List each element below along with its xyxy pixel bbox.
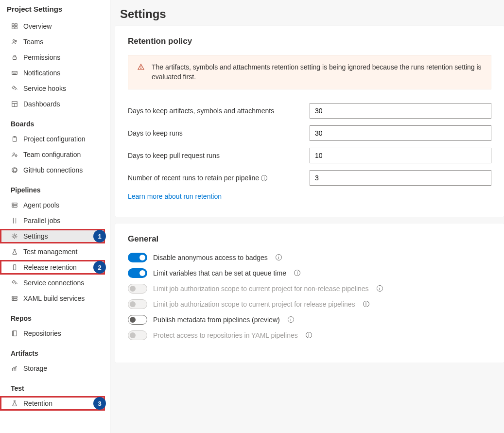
sidebar-item-dashboards[interactable]: Dashboards (0, 97, 105, 111)
sidebar-item-label: Storage (23, 364, 47, 372)
sidebar-item-storage[interactable]: Storage (0, 361, 105, 376)
retention-input[interactable] (310, 125, 491, 141)
megaphone-icon (11, 69, 18, 77)
general-card: General Disable anonymous access to badg… (115, 224, 504, 363)
sidebar-item-label: Overview (23, 22, 52, 30)
retention-field-row: Days to keep artifacts, symbols and atta… (128, 103, 491, 119)
sidebar-heading-artifacts: Artifacts (0, 342, 110, 360)
learn-more-link[interactable]: Learn more about run retention (128, 192, 222, 200)
retention-input[interactable] (310, 103, 491, 119)
dashboard-icon (11, 100, 18, 108)
sidebar-item-label: Dashboards (23, 100, 60, 108)
plug-icon (11, 85, 18, 92)
sidebar-item-service-connections[interactable]: Service connections (0, 276, 105, 290)
sidebar-item-overview[interactable]: Overview (0, 19, 105, 34)
main-content: Settings Retention policy The artifacts,… (110, 0, 504, 433)
svg-point-38 (141, 69, 141, 69)
sidebar-item-settings[interactable]: Settings (0, 229, 105, 243)
svg-point-25 (14, 235, 16, 237)
toggle-row: Disable anonymous access to badgesi (128, 253, 491, 262)
retention-field-label: Days to keep pull request runs (128, 152, 310, 159)
sidebar-item-retention[interactable]: Retention (0, 396, 105, 411)
general-heading: General (128, 234, 491, 244)
sidebar-item-project-configuration[interactable]: Project configuration (0, 132, 105, 146)
retention-field-row: Number of recent runs to retain per pipe… (128, 170, 491, 186)
sidebar-item-xaml-build-services[interactable]: XAML build services (0, 291, 105, 306)
svg-rect-6 (13, 57, 17, 59)
info-icon[interactable]: i (306, 332, 312, 338)
sidebar-item-label: Service connections (23, 279, 84, 287)
sidebar-item-label: GitHub connections (23, 166, 83, 174)
sidebar-heading-boards: Boards (0, 112, 110, 131)
alert-text: The artifacts, symbols and attachments r… (152, 62, 482, 82)
retention-heading: Retention policy (128, 36, 491, 46)
svg-point-30 (13, 297, 14, 297)
sidebar-item-label: Service hooks (23, 85, 66, 92)
sidebar-item-repositories[interactable]: Repositories (0, 326, 105, 341)
retention-field-row: Days to keep runs (128, 125, 491, 141)
sidebar-item-test-management[interactable]: Test management (0, 244, 105, 259)
retention-card: Retention policy The artifacts, symbols … (115, 26, 504, 217)
clipboard-icon (11, 135, 18, 143)
toggle-switch (128, 284, 147, 294)
toggle-row: Limit variables that can be set at queue… (128, 268, 491, 278)
svg-rect-14 (13, 137, 17, 142)
sidebar-item-parallel-jobs[interactable]: Parallel jobs (0, 213, 105, 228)
retention-field-label: Number of recent runs to retain per pipe… (128, 174, 310, 182)
toggle-label: Publish metadata from pipelines (preview… (153, 316, 280, 324)
gear-icon (11, 232, 18, 240)
toggle-label: Limit variables that can be set at queue… (153, 269, 286, 277)
sidebar-item-service-hooks[interactable]: Service hooks (0, 81, 105, 96)
sidebar-item-label: XAML build services (23, 294, 85, 302)
server-icon (11, 294, 18, 302)
toggle-switch[interactable] (128, 315, 147, 325)
sidebar-item-permissions[interactable]: Permissions (0, 50, 105, 65)
sidebar-item-label: Notifications (23, 69, 60, 77)
server-icon (11, 201, 18, 209)
sidebar-item-github-connections[interactable]: GitHub connections (0, 163, 105, 177)
sidebar-item-release-retention[interactable]: Release retention (0, 260, 105, 275)
sidebar-item-label: Repositories (23, 329, 61, 337)
info-icon[interactable]: i (363, 301, 369, 307)
callout-badge: 3 (93, 397, 106, 410)
toggle-switch (128, 330, 147, 340)
svg-point-21 (13, 204, 14, 204)
sidebar-item-label: Teams (23, 38, 43, 46)
retention-input[interactable] (310, 148, 491, 163)
barchart-icon (11, 364, 18, 372)
retention-field-label: Days to keep artifacts, symbols and atta… (128, 107, 310, 115)
teams-icon (11, 38, 18, 46)
toggle-label: Protect access to repositories in YAML p… (153, 331, 298, 339)
toggle-row: Limit job authorization scope to current… (128, 284, 491, 294)
svg-rect-3 (15, 27, 17, 29)
sidebar-item-team-configuration[interactable]: Team configuration (0, 147, 105, 162)
sidebar-item-notifications[interactable]: Notifications (0, 66, 105, 80)
info-icon[interactable]: i (294, 270, 300, 276)
retention-field-label: Days to keep runs (128, 129, 310, 137)
callout-badge: 2 (93, 261, 106, 274)
info-icon[interactable]: i (377, 285, 383, 292)
toggle-switch[interactable] (128, 253, 147, 262)
sidebar-item-label: Team configuration (23, 151, 81, 158)
warning-icon (137, 63, 145, 71)
toggle-label: Limit job authorization scope to current… (153, 285, 369, 293)
plug-icon (11, 279, 18, 287)
phone-icon (11, 263, 18, 271)
svg-point-4 (13, 40, 15, 42)
github-icon (11, 166, 18, 174)
toggle-row: Publish metadata from pipelines (preview… (128, 315, 491, 325)
info-icon[interactable]: i (288, 316, 294, 323)
sidebar-item-label: Settings (23, 232, 48, 240)
sidebar-item-agent-pools[interactable]: Agent pools (0, 198, 105, 212)
info-icon[interactable]: i (276, 254, 282, 260)
retention-input[interactable] (310, 170, 491, 186)
sidebar-item-teams[interactable]: Teams (0, 35, 105, 49)
sidebar-item-label: Parallel jobs (23, 217, 60, 225)
teamgear-icon (11, 151, 18, 158)
svg-rect-0 (12, 24, 14, 26)
page-title: Settings (115, 7, 504, 21)
repo-icon (11, 329, 18, 337)
toggle-switch[interactable] (128, 268, 147, 278)
sidebar-item-label: Retention (23, 399, 52, 407)
info-icon[interactable]: i (261, 175, 267, 181)
